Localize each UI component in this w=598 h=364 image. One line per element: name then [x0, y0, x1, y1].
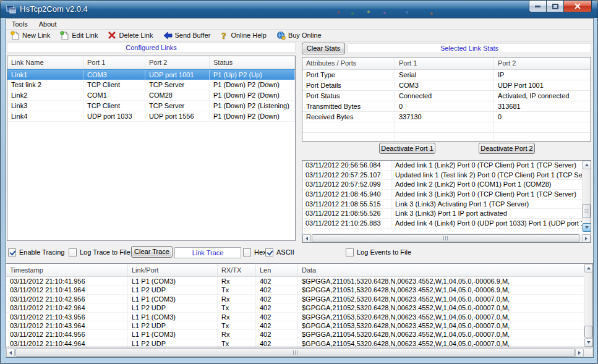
column-header-stats-port1[interactable]: Port 1 [395, 57, 494, 69]
column-header-link-name[interactable]: Link Name [7, 56, 83, 69]
enable-tracing-checkbox[interactable]: Enable Tracing [8, 247, 64, 257]
trace-row[interactable]: 03/11/2012 21:10:43.964 L1 P2 UDP Tx 402… [6, 321, 585, 330]
caption-buttons [529, 1, 592, 12]
log-trace-checkbox[interactable]: Log Trace to File [69, 247, 130, 257]
trace-rx-tx-cell: Rx [218, 295, 256, 303]
new-link-button[interactable]: New Link [6, 30, 56, 41]
stats-row[interactable]: Port Type Serial IP [302, 70, 591, 80]
menu-about[interactable]: About [33, 19, 62, 30]
column-header-port2[interactable]: Port 2 [145, 56, 210, 69]
event-timestamp-cell: 03/11/2012 21:08:55.526 [302, 209, 392, 219]
trace-row[interactable]: 03/11/2012 21:10:42.964 L1 P2 UDP Tx 402… [6, 303, 585, 312]
event-log-entry[interactable]: 03/11/2012 20:57:52.099 Added link 2 (Li… [302, 180, 582, 190]
arrow-right-icon [578, 351, 581, 355]
event-log-hscrollbar[interactable] [302, 234, 591, 242]
trace-link-port-cell: L1 P2 UDP [128, 303, 218, 312]
column-header-rx-tx[interactable]: RX/TX [218, 264, 256, 276]
titlebar: HsTcp2Com v2.0.4 [1, 1, 597, 18]
event-timestamp-cell: 03/11/2012 20:57:25.107 [302, 171, 392, 180]
arrow-right-icon [585, 237, 587, 240]
trace-len-cell: 402 [256, 286, 298, 294]
menu-tools[interactable]: Tools [6, 19, 33, 30]
event-log-entry[interactable]: 03/11/2012 21:08:45.940 Added link 3 (Li… [302, 190, 582, 200]
trace-row[interactable]: 03/11/2012 21:10:44.964 L1 P2 UDP Tx 402… [6, 339, 585, 347]
trace-row[interactable]: 03/11/2012 21:10:42.956 L1 P1 (COM3) Rx … [6, 295, 585, 303]
edit-link-button[interactable]: Edit Link [56, 30, 103, 41]
trace-row[interactable]: 03/11/2012 21:10:41.956 L1 P1 (COM3) Rx … [6, 277, 585, 286]
deactivate-port2-button[interactable]: Deactivate Port 2 [479, 143, 535, 154]
event-scroll-left-button[interactable] [302, 234, 311, 243]
trace-hscroll-thumb[interactable] [15, 349, 575, 357]
column-header-port1[interactable]: Port 1 [83, 56, 145, 69]
log-events-checkbox[interactable]: Log Events to File [346, 247, 411, 257]
send-buffer-icon [163, 32, 173, 40]
clear-trace-button[interactable]: Clear Trace [131, 246, 173, 258]
event-scroll-down-button[interactable] [583, 223, 591, 232]
maximize-button[interactable] [547, 1, 564, 12]
link-row[interactable]: Link3 TCP Client TCP Server P1 (Down) P2… [7, 101, 295, 111]
event-log-entry[interactable]: 03/11/2012 20:56:56.084 Added link 1 (Li… [302, 161, 582, 171]
stats-port2-cell: 313681 [494, 101, 591, 112]
stats-row[interactable]: Transmitted Bytes 0 313681 [302, 101, 591, 112]
event-scroll-up-button[interactable] [583, 161, 591, 169]
delete-link-button[interactable]: Delete Link [103, 30, 158, 41]
online-help-button[interactable]: ? Online Help [216, 30, 271, 41]
deactivate-port1-button[interactable]: Deactivate Port 1 [379, 143, 435, 154]
link-stats-body: Port Type Serial IP Port Details COM3 UD… [302, 70, 591, 122]
trace-rx-tx-cell: Tx [218, 286, 256, 294]
trace-row[interactable]: 03/11/2012 21:10:43.956 L1 P1 (COM3) Rx … [6, 313, 585, 321]
event-vscroll-thumb[interactable] [583, 204, 591, 218]
event-log-entry[interactable]: 03/11/2012 21:10:25.883 Added link 4 (Li… [302, 219, 582, 229]
link-row[interactable]: Link4 UDP port 1033 UDP port 1556 P1 (Do… [7, 111, 295, 122]
stats-row[interactable]: Port Status Connected Activated, IP conn… [302, 91, 591, 101]
column-header-stats-port2[interactable]: Port 2 [494, 57, 591, 69]
event-timestamp-cell: 03/11/2012 21:08:55.515 [302, 200, 392, 210]
send-buffer-button[interactable]: Send Buffer [159, 30, 216, 41]
stats-attribute-cell: Received Bytes [302, 112, 395, 122]
trace-scroll-up-button[interactable] [584, 264, 593, 273]
trace-scroll-left-button[interactable] [6, 349, 15, 357]
event-log-entry[interactable]: 03/11/2012 21:08:55.526 Link 3 (Link3) P… [302, 209, 582, 219]
hex-checkbox[interactable]: Hex [243, 247, 267, 257]
trace-len-cell: 402 [256, 339, 298, 347]
column-header-status[interactable]: Status [210, 56, 295, 69]
trace-vscroll-thumb[interactable] [584, 326, 592, 337]
link-row[interactable]: Link2 COM1 COM28 P1 (Down) P2 (Down) [7, 90, 295, 101]
event-message-cell: Added link 2 (Link2) Port 0 (COM1) Port … [392, 180, 582, 190]
event-log-entry[interactable]: 03/11/2012 21:08:55.515 Link 3 (Link3) A… [302, 200, 582, 210]
column-header-len[interactable]: Len [256, 264, 298, 276]
event-log-entry[interactable]: 03/11/2012 20:57:25.107 Updated link 1 (… [302, 171, 582, 180]
clear-stats-button[interactable]: Clear Stats [302, 43, 345, 54]
trace-scroll-right-button[interactable] [575, 349, 584, 357]
arrow-down-icon [585, 226, 589, 229]
hex-label: Hex [254, 248, 267, 256]
column-header-attributes[interactable]: Attributes / Ports [302, 57, 395, 69]
column-header-timestamp[interactable]: Timestamp [6, 264, 128, 276]
column-header-data[interactable]: Data [298, 264, 585, 276]
configured-links-body: Link1 COM3 UDP port 1001 P1 (Up) P2 (Up)… [7, 69, 295, 122]
minimize-button[interactable] [529, 1, 547, 12]
trace-hscrollbar[interactable] [6, 349, 593, 357]
trace-link-port-cell: L1 P2 UDP [128, 286, 218, 294]
trace-link-port-cell: L1 P1 (COM3) [128, 330, 218, 339]
stats-row[interactable]: Port Details COM3 UDP Port 1001 [302, 80, 591, 91]
event-hscroll-thumb[interactable] [312, 234, 579, 242]
trace-timestamp-cell: 03/11/2012 21:10:43.964 [6, 321, 128, 330]
event-log-vscrollbar[interactable] [582, 161, 591, 232]
trace-row[interactable]: 03/11/2012 21:10:44.956 L1 P1 (COM3) Rx … [6, 330, 585, 339]
trace-row[interactable]: 03/11/2012 21:10:41.964 L1 P2 UDP Tx 402… [6, 286, 585, 294]
link-row[interactable]: Link1 COM3 UDP port 1001 P1 (Up) P2 (Up) [7, 69, 295, 80]
close-button[interactable] [564, 1, 592, 12]
link-row[interactable]: Test link 2 TCP Client TCP Server P1 (Do… [7, 80, 295, 90]
event-scroll-right-button[interactable] [582, 234, 591, 243]
trace-vscrollbar[interactable] [584, 264, 592, 347]
selected-link-stats-title: Selected Link Stats [348, 43, 591, 53]
stats-row[interactable]: Received Bytes 337130 0 [302, 112, 591, 122]
buy-online-button[interactable]: Buy Online [272, 30, 327, 41]
trace-scroll-down-button[interactable] [584, 338, 593, 347]
link-stats-header: Attributes / Ports Port 1 Port 2 [302, 57, 591, 70]
link-status-cell: P1 (Up) P2 (Up) [210, 70, 295, 80]
trace-data-cell: $GPGGA,211051,5320.6428,N,00623.4552,W,1… [298, 277, 585, 286]
ascii-checkbox[interactable]: ASCII [265, 247, 294, 257]
column-header-link-port[interactable]: Link/Port [128, 264, 218, 276]
